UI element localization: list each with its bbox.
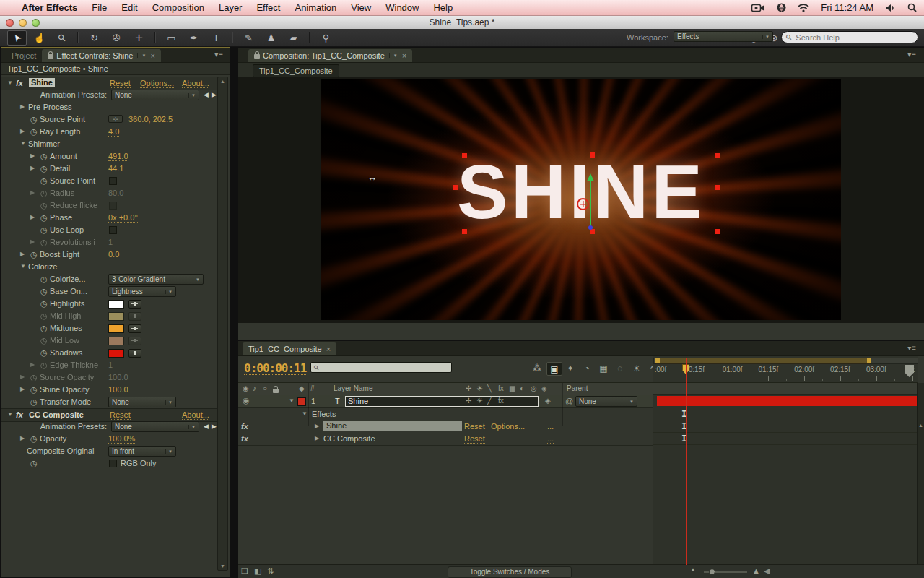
unified-camera-tool[interactable]: ✇ [107,30,126,46]
expander-closed[interactable]: ▶ [20,374,25,380]
timeline-search-input[interactable] [319,363,437,372]
effect-name[interactable]: CC Composite [29,410,84,419]
cube-3d-col-icon[interactable]: ◈ [541,384,547,392]
selection-handle[interactable] [715,153,720,158]
menu-edit[interactable]: Edit [114,2,144,13]
stopwatch-icon[interactable]: ◷ [40,213,48,223]
expand-layer-switches-icon[interactable]: ❏ [241,566,248,576]
stopwatch-icon[interactable]: ◷ [40,361,48,370]
rotation-tool[interactable]: ↻ [84,30,104,46]
effect-name[interactable]: Shine [323,421,462,431]
hand-tool[interactable]: ☝ [30,30,49,46]
layer-switch-icon[interactable]: fx [498,397,504,405]
layer-name-input[interactable]: Shine [345,396,539,407]
y-axis-arrow[interactable] [590,181,591,228]
expander-open[interactable]: ▼ [7,412,13,418]
current-time-display[interactable]: 0:00:00:11 [244,362,306,375]
selection-handle[interactable] [453,185,458,190]
eraser-tool[interactable]: ▰ [284,30,303,46]
expander-closed[interactable]: ▶ [20,387,25,392]
effect-row-cc-composite[interactable]: fx▶CC CompositeReset... [238,433,653,446]
globe-status-icon[interactable] [777,3,786,12]
zoom-tool[interactable]: ⚲ [52,30,71,46]
zoom-out-mountain-icon[interactable]: ▲ [690,566,696,573]
puppet-pin-tool[interactable]: ⚲ [316,30,336,46]
brainstorm-icon[interactable]: ☀ [629,362,644,374]
live-update-icon[interactable]: ▣ [546,362,562,376]
tab-timeline-comp[interactable]: Tip1_CC_Composite × [243,342,336,355]
close-icon[interactable]: × [326,345,331,353]
stopwatch-icon[interactable]: ◷ [40,176,48,186]
stopwatch-icon[interactable]: ◷ [30,115,38,124]
expander-open[interactable]: ▼ [20,141,26,147]
expander-closed[interactable]: ▶ [30,190,35,196]
clone-stamp-tool[interactable]: ♟ [261,30,281,46]
timeline-zoom-knob[interactable] [709,569,715,575]
panel-menu-icon[interactable]: ▾≡ [214,51,224,59]
shy-layers-icon[interactable]: ◔ [580,362,594,374]
expander-closed[interactable]: ▶ [315,423,319,429]
link-about[interactable]: About... [182,410,209,420]
expander-closed[interactable]: ▶ [315,436,319,441]
lock-icon[interactable] [48,54,53,59]
property-value[interactable]: 44.1 [108,164,123,173]
effect-name[interactable]: CC Composite [323,434,375,443]
selection-handle[interactable] [462,153,467,158]
link-reset[interactable]: Reset [110,410,131,420]
property-value[interactable]: 360.0, 202.5 [128,115,173,124]
scroll-up-icon[interactable]: ▲ [918,423,923,428]
column-layer-name[interactable]: Layer Name [334,384,372,392]
menubar-clock[interactable]: Fri 11:24 AM [821,2,873,13]
expander-closed[interactable]: ▶ [30,215,35,220]
work-area-start-handle[interactable] [655,358,660,363]
link-reset[interactable]: Reset [110,79,131,88]
property-dropdown[interactable]: None▼ [108,397,176,407]
timeline-scrollbar[interactable]: ▲ [917,383,924,565]
close-icon[interactable]: × [150,51,154,60]
property-value[interactable]: 1 [108,361,113,370]
expander-closed[interactable]: ▶ [20,129,25,134]
color-swatch[interactable] [108,337,124,345]
display-capture-icon[interactable] [751,4,765,12]
stopwatch-icon[interactable]: ◷ [40,189,48,198]
checkbox[interactable] [109,177,117,185]
parent-dropdown[interactable]: None ▼ [575,396,637,407]
selection-handle[interactable] [590,229,595,234]
menu-layer[interactable]: Layer [212,2,250,13]
property-value[interactable]: 4.0 [108,127,119,137]
effect-row-shine[interactable]: fx▶ShineResetOptions...... [238,420,653,434]
eye-icon[interactable]: ◉ [243,396,250,405]
frame-blend-icon[interactable]: ▦ [596,362,611,374]
layer-label-swatch[interactable] [297,397,306,406]
property-value[interactable]: 0x +0.0° [108,213,138,223]
link-[interactable]: ... [547,434,554,444]
stopwatch-icon[interactable]: ◷ [40,287,48,296]
workspace-dropdown[interactable]: Effects ▼ [674,31,773,42]
stopwatch-icon[interactable]: ◷ [30,459,38,468]
tab-project[interactable]: Project [6,49,42,62]
zoom-in-mountain-icon[interactable]: ▲ [752,566,760,575]
comp-text-layer[interactable]: SHINE [457,148,705,236]
mask-shape-tool[interactable]: ▭ [162,30,181,46]
point-picker-icon[interactable]: ⊹ [108,115,123,123]
work-area-end-handle[interactable] [867,358,871,363]
stopwatch-icon[interactable]: ◷ [30,385,38,394]
stopwatch-icon[interactable]: ◷ [40,152,48,161]
chevron-down-icon[interactable]: ▼ [137,53,146,58]
type-tool[interactable]: T [206,30,226,46]
expander-open[interactable]: ▼ [20,264,26,269]
stopwatch-icon[interactable]: ◷ [40,201,48,210]
menu-app-name[interactable]: After Effects [14,2,84,13]
expand-transfer-controls-icon[interactable]: ◧ [254,566,261,576]
pan-behind-tool[interactable]: ✛ [129,30,149,46]
menu-effect[interactable]: Effect [249,2,287,13]
frame-blend-col-icon[interactable]: ▦ [509,384,515,392]
property-dropdown[interactable]: Lightness▼ [108,286,176,297]
expander-closed[interactable]: ▶ [30,153,35,159]
toggle-switches-modes-button[interactable]: Toggle Switches / Modes [448,566,572,578]
property-value[interactable]: 100.0 [108,373,128,382]
selection-handle[interactable] [715,229,720,234]
color-swatch[interactable] [108,300,124,309]
layer-switch-icon[interactable]: ✢ [466,397,471,405]
layer-switch-icon[interactable]: ☀ [476,397,483,405]
